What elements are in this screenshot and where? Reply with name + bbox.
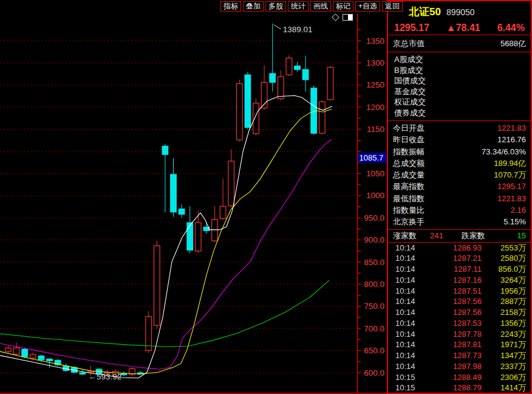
tick-time: 10:14 [388,318,426,329]
tick-row[interactable]: 10:141287.11856.0万 [388,264,531,275]
tick-row[interactable]: 10:141287.562158万 [388,307,531,318]
tick-row[interactable]: 10:151288.492306万 [388,372,531,383]
candle-down [179,209,185,215]
axis-label: 1250 [366,80,384,89]
tick-row[interactable]: 10:141286.932553万 [388,243,531,254]
axis-label: 700.0 [364,324,384,333]
stat-label: 总成交量 [393,169,425,181]
tick-row[interactable]: 10:151288.791414万 [388,382,531,393]
tick-price: 1287.81 [426,339,482,350]
candle-up [228,161,234,206]
stat-label: 今日开盘 [393,122,425,134]
stat-row: 北京换手5.15% [388,216,531,227]
stat-row: 昨日收盘1216.76 [388,134,531,145]
tick-price: 1288.49 [426,372,482,383]
tick-row[interactable]: 10:141287.212580万 [388,253,531,264]
tick-row[interactable]: 10:141287.511956万 [388,286,531,297]
stat-value: 1295.17 [497,181,526,192]
turnover-row: 基金成交 [388,86,531,97]
toolbar-button-多股[interactable]: 多股 [265,1,286,12]
tick-row[interactable]: 10:141287.562887万 [388,296,531,307]
tick-row[interactable]: 10:141287.982337万 [388,361,531,372]
tick-volume: 856.0万 [482,264,531,275]
turnover-row: A股成交 [388,54,531,65]
kline-chart[interactable]: 1350130012501200115010501000950.0900.085… [0,0,387,394]
diamond-icon[interactable] [332,13,339,21]
stat-label: 指数量比 [393,204,425,216]
candle-up [154,246,160,325]
toolbar-menu: 指标叠加多股统计画线标记+自选返回 [220,1,403,12]
candle-down [162,146,168,154]
stat-row: 最高指数1295.17 [388,181,531,192]
stat-label: 最高指数 [393,181,425,192]
tick-time: 10:14 [388,361,426,372]
stat-row: 总成交额189.94亿 [388,157,531,169]
tick-volume: 2158万 [482,307,531,318]
advance-decline-row: 涨家数 241 跌家数 15 [388,230,531,243]
axis-label: 1150 [367,125,384,134]
tick-row[interactable]: 10:141287.731347万 [388,350,531,361]
toolbar-button-画线[interactable]: 画线 [310,1,331,12]
candle-up [196,223,202,251]
tick-price: 1287.98 [426,361,482,372]
tick-list[interactable]: 10:141286.932553万10:141287.212580万10:141… [388,243,531,394]
stat-row: 指数量比2.16 [388,204,531,216]
tick-volume: 2337万 [482,361,531,372]
toolbar-button-统计[interactable]: 统计 [288,1,309,12]
tick-row[interactable]: 10:141287.782243万 [388,329,531,340]
axis-label: 750.0 [364,302,384,311]
axis-label: 1050 [366,169,384,178]
tick-price: 1287.51 [426,286,482,297]
tick-time: 10:15 [388,372,426,383]
axis-label: 600.0 [364,368,384,378]
candle-down [22,349,28,356]
stat-row: 最低指数1221.83 [388,193,531,204]
tick-time: 10:14 [388,350,426,361]
candle-down [121,373,127,375]
turnover-row: B股成交 [388,65,531,76]
split-window-icon[interactable] [343,14,353,21]
tick-time: 10:14 [388,275,426,286]
toolbar-button-自选[interactable]: +自选 [355,1,380,12]
tick-volume: 1347万 [482,350,531,361]
instrument-name: 北证50 [409,6,441,18]
chart-corner-icons [333,14,353,21]
price-change: ▲78.41 [446,22,480,33]
tick-price: 1286.93 [426,243,482,254]
tick-row[interactable]: 10:141287.811971万 [388,339,531,350]
tick-volume: 2243万 [482,329,531,340]
tick-volume: 2553万 [482,243,531,254]
toolbar-button-叠加[interactable]: 叠加 [243,1,264,12]
candle-down [80,373,86,374]
candle-down [295,66,301,69]
stat-label: 最低指数 [393,193,425,204]
tick-price: 1287.56 [426,296,482,307]
advancers-count: 241 [430,230,443,242]
toolbar: 指标叠加多股统计画线标记+自选返回 [0,0,387,13]
last-price: 1295.17 [394,22,429,33]
axis-label: 1200 [366,103,384,112]
axis-label: 650.0 [364,346,384,355]
stat-label: 北京换手 [393,216,425,227]
annotation-pointer [274,25,281,29]
stat-label: 指数振幅 [393,146,425,157]
stat-row: 总成交量1070.7万 [388,169,531,181]
tick-row[interactable]: 10:141287.163264万 [388,275,531,286]
stat-row: 今日开盘1221.83 [388,122,531,134]
candle-up [5,348,12,351]
toolbar-button-指标[interactable]: 指标 [220,1,241,12]
stat-value: 1216.76 [497,134,526,145]
tick-time: 10:14 [388,296,426,307]
toolbar-button-返回[interactable]: 返回 [382,1,403,12]
stat-value: 5.15% [503,216,526,227]
toolbar-button-标记[interactable]: 标记 [333,1,353,12]
candle-down [270,74,276,83]
candle-up [319,102,326,133]
tick-time: 10:14 [388,307,426,318]
tick-volume: 2306万 [482,372,531,383]
tick-row[interactable]: 10:141287.531356万 [388,318,531,329]
turnover-row: 债券成交 [388,108,531,119]
stat-value: 1221.83 [497,193,526,204]
market-cap-row: 京总市值 5688亿 [388,35,531,52]
tick-volume: 1414万 [482,382,531,393]
